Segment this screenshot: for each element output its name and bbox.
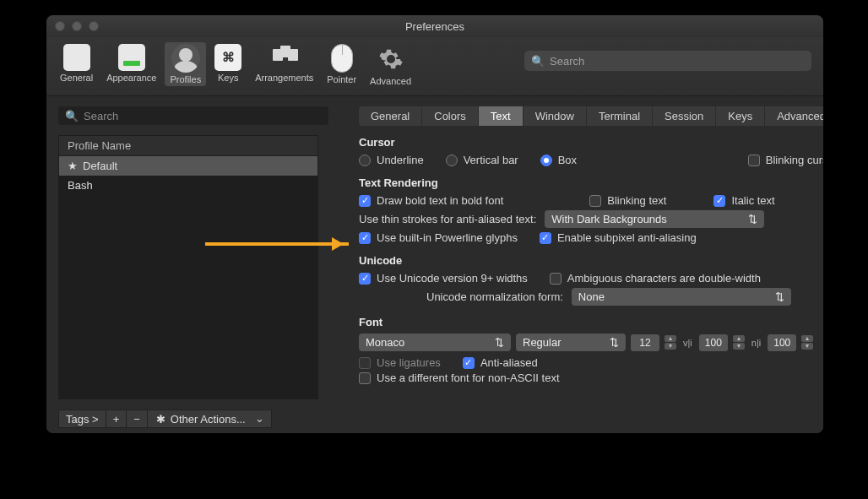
checkbox-label: Use ligatures xyxy=(377,356,441,369)
font-family-select[interactable]: Monaco⇅ xyxy=(359,334,511,351)
select-value: Regular xyxy=(523,336,561,349)
gear-icon xyxy=(376,44,406,74)
tab-text[interactable]: Text xyxy=(479,106,524,126)
toolbar-item-general[interactable]: General xyxy=(55,42,98,84)
blinking-cursor-checkbox[interactable]: Blinking cursor xyxy=(748,154,823,166)
toolbar-item-arrangements[interactable]: Arrangements xyxy=(250,42,318,84)
vli-label: v|i xyxy=(683,338,692,348)
profile-tabs: General Colors Text Window Terminal Sess… xyxy=(359,106,823,126)
chevron-updown-icon: ⇅ xyxy=(610,336,619,349)
profile-row[interactable]: ★ Default xyxy=(59,156,317,176)
ligatures-checkbox[interactable]: Use ligatures xyxy=(359,356,441,369)
tab-session[interactable]: Session xyxy=(653,106,716,126)
tab-advanced[interactable]: Advanced xyxy=(765,106,823,126)
horizontal-spacing-stepper[interactable]: ▴▾ xyxy=(801,335,813,350)
thin-strokes-label: Use thin strokes for anti-aliased text: xyxy=(359,213,536,225)
thin-strokes-select[interactable]: With Dark Backgrounds ⇅ xyxy=(545,210,764,228)
radio-label: Box xyxy=(558,154,577,166)
select-value: Monaco xyxy=(366,336,404,349)
checkbox-label: Italic text xyxy=(731,194,774,207)
tab-general[interactable]: General xyxy=(359,106,422,126)
general-icon xyxy=(63,44,90,71)
font-size-stepper[interactable]: ▴▾ xyxy=(665,335,676,350)
powerline-glyphs-checkbox[interactable]: Use built-in Powerline glyphs xyxy=(359,231,518,244)
checkbox-label: Blinking cursor xyxy=(766,154,823,166)
non-ascii-font-checkbox[interactable]: Use a different font for non-ASCII text xyxy=(359,372,560,384)
search-icon: 🔍 xyxy=(65,110,79,122)
profile-name: Default xyxy=(83,160,117,172)
checkbox-label: Enable subpixel anti-aliasing xyxy=(557,231,697,244)
arrangements-icon xyxy=(271,44,298,71)
toolbar-label: Profiles xyxy=(170,74,201,84)
checkbox-label: Use built-in Powerline glyphs xyxy=(377,231,518,244)
other-actions-button[interactable]: ✱ Other Actions... xyxy=(148,410,272,428)
profiles-icon xyxy=(171,44,200,73)
radio-label: Vertical bar xyxy=(464,154,518,166)
normalization-select[interactable]: None ⇅ xyxy=(572,288,791,306)
profiles-sidebar: 🔍 Search Profile Name ★ Default Bash Tag… xyxy=(46,96,328,433)
chevron-updown-icon: ⇅ xyxy=(775,290,784,303)
nli-label: n|i xyxy=(751,338,761,348)
tab-terminal[interactable]: Terminal xyxy=(587,106,653,126)
titlebar: Preferences xyxy=(46,15,823,37)
vertical-spacing-stepper[interactable]: ▴▾ xyxy=(733,335,745,350)
checkbox-label: Ambiguous characters are double-width xyxy=(567,272,761,285)
font-size-field[interactable]: 12 xyxy=(631,334,659,351)
checkbox-label: Anti-aliased xyxy=(480,356,538,369)
tags-button[interactable]: Tags > xyxy=(58,410,106,428)
unicode-v9-checkbox[interactable]: Use Unicode version 9+ widths xyxy=(359,272,528,285)
profile-list-header: Profile Name xyxy=(58,135,318,156)
radio-label: Underline xyxy=(377,154,424,166)
subpixel-aa-checkbox[interactable]: Enable subpixel anti-aliasing xyxy=(540,231,697,244)
toolbar-label: Arrangements xyxy=(255,73,313,83)
unicode-heading: Unicode xyxy=(359,254,823,267)
cursor-heading: Cursor xyxy=(359,136,823,149)
toolbar: General Appearance Profiles ⌘ Keys Arran… xyxy=(46,37,823,96)
italic-text-checkbox[interactable]: Italic text xyxy=(713,194,774,207)
other-actions-label: Other Actions... xyxy=(171,413,246,426)
toolbar-label: General xyxy=(60,73,93,83)
toolbar-item-keys[interactable]: ⌘ Keys xyxy=(209,42,247,84)
toolbar-label: Keys xyxy=(218,73,238,83)
cursor-underline-radio[interactable]: Underline xyxy=(359,154,424,166)
appearance-icon xyxy=(118,44,145,71)
profile-name: Bash xyxy=(68,179,93,192)
toolbar-label: Pointer xyxy=(327,74,356,84)
normalization-label: Unicode normalization form: xyxy=(426,290,563,303)
keys-icon: ⌘ xyxy=(214,44,241,71)
toolbar-item-profiles[interactable]: Profiles xyxy=(165,42,206,86)
tab-colors[interactable]: Colors xyxy=(422,106,479,126)
chevron-updown-icon: ⇅ xyxy=(748,213,757,225)
toolbar-label: Appearance xyxy=(106,73,156,83)
chevron-updown-icon: ⇅ xyxy=(495,336,504,349)
checkbox-label: Blinking text xyxy=(607,194,666,207)
pointer-icon xyxy=(331,44,353,73)
cursor-vertical-radio[interactable]: Vertical bar xyxy=(446,154,518,166)
font-style-select[interactable]: Regular⇅ xyxy=(516,334,626,351)
window-title: Preferences xyxy=(46,20,823,33)
horizontal-spacing-field[interactable]: 100 xyxy=(768,334,796,351)
tab-window[interactable]: Window xyxy=(524,106,587,126)
antialiased-checkbox[interactable]: Anti-aliased xyxy=(463,356,538,369)
toolbar-item-advanced[interactable]: Advanced xyxy=(365,42,416,88)
profile-list[interactable]: ★ Default Bash xyxy=(58,156,318,399)
tab-keys[interactable]: Keys xyxy=(716,106,765,126)
gear-icon: ✱ xyxy=(156,413,165,426)
profile-search[interactable]: 🔍 Search xyxy=(58,106,328,125)
font-heading: Font xyxy=(359,316,823,328)
profile-row[interactable]: Bash xyxy=(59,176,317,195)
remove-profile-button[interactable]: − xyxy=(127,410,148,428)
cursor-box-radio[interactable]: Box xyxy=(540,154,577,166)
toolbar-item-appearance[interactable]: Appearance xyxy=(101,42,161,84)
ambiguous-width-checkbox[interactable]: Ambiguous characters are double-width xyxy=(550,272,761,285)
toolbar-item-pointer[interactable]: Pointer xyxy=(322,42,361,86)
toolbar-search[interactable]: 🔍 Search xyxy=(524,51,811,71)
blinking-text-checkbox[interactable]: Blinking text xyxy=(589,194,666,207)
search-icon: 🔍 xyxy=(531,55,545,68)
rendering-heading: Text Rendering xyxy=(359,176,823,189)
add-profile-button[interactable]: + xyxy=(106,410,127,428)
bold-font-checkbox[interactable]: Draw bold text in bold font xyxy=(359,194,503,207)
vertical-spacing-field[interactable]: 100 xyxy=(699,334,728,351)
annotation-arrow xyxy=(205,242,349,246)
preferences-window: Preferences General Appearance Profiles … xyxy=(46,15,823,433)
